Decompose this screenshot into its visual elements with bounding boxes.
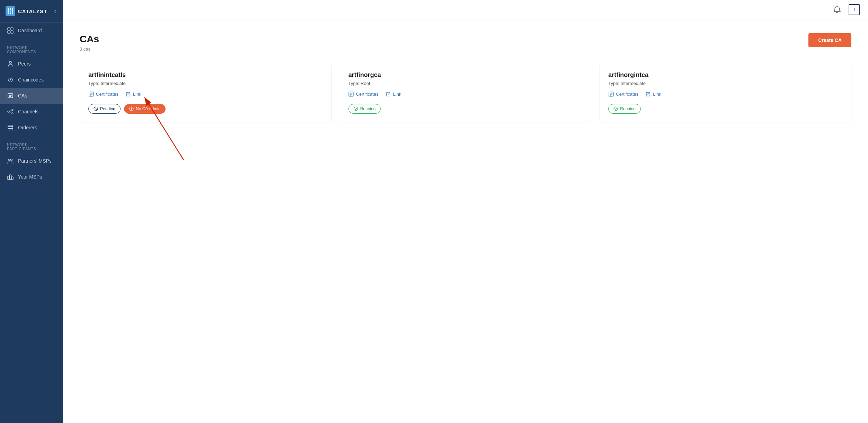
ca-card-badges: Running — [348, 104, 583, 114]
chaincodes-icon — [7, 76, 14, 83]
ca-card-badges: Pending No CA Admin — [88, 104, 323, 114]
page-title-block: CAs 3 cas — [80, 33, 99, 52]
ca-card-artfinintcatls: artfinintcatls Type: Intermediate Certif… — [80, 63, 331, 122]
external-link-icon — [386, 92, 391, 97]
your-msps-icon — [7, 173, 14, 180]
sidebar-item-partners-msps[interactable]: Partners' MSPs — [0, 153, 63, 169]
content-area: CAs 3 cas Create CA artfinintcatls Type:… — [63, 19, 868, 423]
external-link-icon — [125, 92, 131, 97]
sidebar-item-peers[interactable]: Peers — [0, 56, 63, 72]
sidebar-item-orderers-label: Orderers — [18, 125, 37, 130]
certificates-link-2[interactable]: Certificates — [348, 92, 379, 97]
badge-running: Running — [348, 104, 381, 114]
badge-running: Running — [608, 104, 641, 114]
orderers-icon — [7, 124, 14, 131]
svg-rect-14 — [8, 176, 9, 180]
badge-no-ca-admin[interactable]: No CA Admin — [124, 104, 166, 114]
svg-rect-1 — [11, 28, 13, 30]
svg-rect-0 — [8, 28, 10, 30]
app-name: CATALYST — [18, 8, 47, 14]
page-subtitle: 3 cas — [80, 46, 99, 52]
svg-point-20 — [131, 110, 132, 110]
svg-rect-11 — [8, 129, 13, 130]
sidebar-item-peers-label: Peers — [18, 61, 31, 67]
badge-pending: Pending — [88, 104, 121, 114]
link-link-3[interactable]: Link — [645, 92, 661, 97]
ca-card-artfinorgca: artfinorgca Type: Root Certificates — [340, 63, 592, 122]
sidebar-item-your-msps-label: Your MSPs — [18, 174, 42, 180]
sidebar-item-dashboard[interactable]: Dashboard — [0, 23, 63, 38]
svg-rect-10 — [8, 127, 13, 128]
cards-area: artfinintcatls Type: Intermediate Certif… — [80, 63, 851, 122]
ca-card-name: artfinorgca — [348, 71, 583, 79]
svg-rect-9 — [8, 125, 13, 127]
create-ca-button[interactable]: Create CA — [808, 33, 851, 47]
sidebar-item-cas-label: CAs — [18, 93, 27, 98]
ca-card-name: artfinintcatls — [88, 71, 323, 79]
ca-card-artfinorgintca: artfinorgintca Type: Intermediate Certif… — [600, 63, 851, 122]
cas-icon — [7, 92, 14, 99]
ca-card-badges: Running — [608, 104, 843, 114]
logo-icon — [6, 6, 15, 16]
certificates-icon — [88, 92, 94, 97]
link-link-1[interactable]: Link — [125, 92, 141, 97]
svg-point-13 — [11, 159, 12, 161]
ca-card-links: Certificates Link — [88, 92, 323, 97]
sidebar-item-orderers[interactable]: Orderers — [0, 120, 63, 136]
ca-card-name: artfinorgintca — [608, 71, 843, 79]
peers-icon — [7, 60, 14, 67]
topbar: I — [63, 0, 868, 19]
ca-card-links: Certificates Link — [348, 92, 583, 97]
notification-button[interactable] — [831, 4, 843, 16]
sidebar-logo: CATALYST — [6, 6, 47, 16]
user-button[interactable]: I — [849, 4, 860, 15]
certificates-icon — [348, 92, 354, 97]
dashboard-icon — [7, 27, 14, 34]
svg-rect-16 — [11, 177, 13, 180]
ca-card-type: Type: Intermediate — [88, 81, 323, 86]
sidebar-item-channels-label: Channels — [18, 109, 38, 114]
svg-rect-15 — [10, 175, 11, 180]
certificates-link-1[interactable]: Certificates — [88, 92, 118, 97]
svg-point-12 — [9, 159, 10, 161]
main-area: I CAs 3 cas Create CA artfinintcatls Typ… — [63, 0, 868, 423]
sidebar-item-chaincodes-label: Chaincodes — [18, 77, 44, 83]
svg-rect-3 — [11, 31, 13, 33]
ca-cards-grid: artfinintcatls Type: Intermediate Certif… — [80, 63, 851, 122]
ca-card-type: Type: Root — [348, 81, 583, 86]
sidebar: CATALYST ‹ Dashboard Network components … — [0, 0, 63, 423]
svg-point-24 — [614, 107, 618, 111]
sidebar-item-chaincodes[interactable]: Chaincodes — [0, 72, 63, 88]
ca-card-links: Certificates Link — [608, 92, 843, 97]
sidebar-item-cas[interactable]: CAs — [0, 88, 63, 104]
link-link-2[interactable]: Link — [386, 92, 401, 97]
page-title: CAs — [80, 33, 99, 45]
sidebar-item-dashboard-label: Dashboard — [18, 28, 42, 33]
logo-grid — [8, 8, 13, 14]
ca-card-type: Type: Intermediate — [608, 81, 843, 86]
sidebar-item-channels[interactable]: Channels — [0, 104, 63, 120]
network-participants-label: Network participants — [0, 136, 63, 153]
network-components-label: Network components — [0, 38, 63, 56]
sidebar-item-partners-msps-label: Partners' MSPs — [18, 158, 52, 164]
sidebar-collapse-button[interactable]: ‹ — [53, 7, 57, 16]
sidebar-header: CATALYST ‹ — [0, 0, 63, 23]
svg-point-22 — [354, 107, 358, 111]
svg-rect-5 — [8, 94, 13, 98]
certificates-icon — [608, 92, 614, 97]
sidebar-item-your-msps[interactable]: Your MSPs — [0, 169, 63, 185]
partners-icon — [7, 157, 14, 164]
certificates-link-3[interactable]: Certificates — [608, 92, 638, 97]
channels-icon — [7, 108, 14, 115]
external-link-icon — [645, 92, 651, 97]
svg-point-4 — [9, 61, 11, 63]
svg-rect-2 — [8, 31, 10, 33]
page-title-area: CAs 3 cas Create CA — [80, 33, 851, 52]
